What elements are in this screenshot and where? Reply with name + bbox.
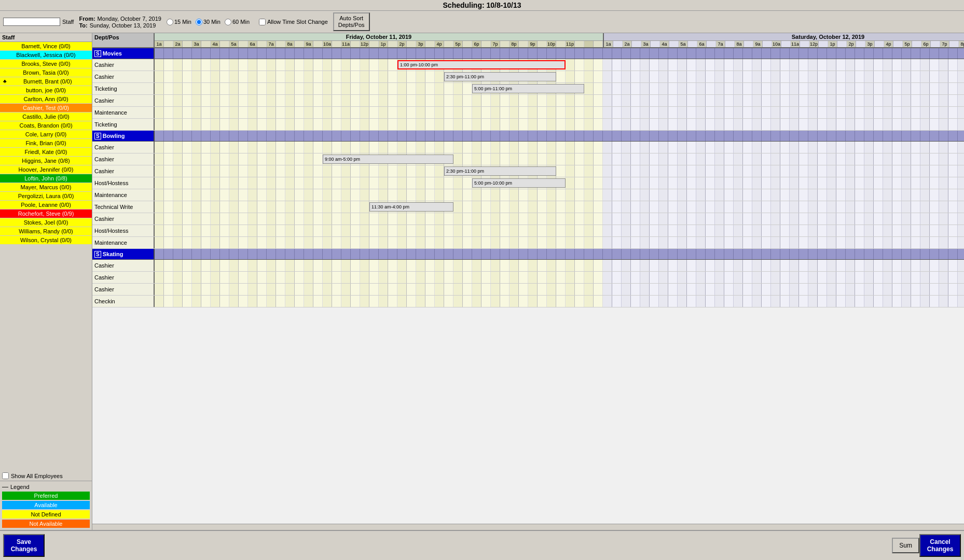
legend-area: — Legend Preferred Available Not Defined… xyxy=(0,481,92,530)
staff-item[interactable]: Barnett, Vince (0/0) xyxy=(0,42,92,51)
radio-60-input[interactable] xyxy=(225,19,231,25)
staff-item[interactable]: Friedl, Kate (0/0) xyxy=(0,148,92,157)
shift-block[interactable]: 2:30 pm-11:00 pm xyxy=(444,72,556,81)
staff-item[interactable]: Brown, Tasia (0/0) xyxy=(0,68,92,77)
date-selector[interactable]: 10/11/2019 xyxy=(3,18,60,26)
staff-item[interactable]: Coats, Brandon (0/0) xyxy=(0,121,92,130)
position-row: Cashier xyxy=(92,213,964,225)
schedule-wrapper: Dept/Pos Friday, October 11, 20191a2a3a4… xyxy=(92,33,964,530)
position-row: Cashier1:00 pm-10:00 pm xyxy=(92,59,964,71)
top-controls: 10/11/2019 Staff From:Monday, October 7,… xyxy=(0,11,964,33)
date-selector-group: 10/11/2019 Staff xyxy=(3,18,74,26)
staff-item[interactable]: Loftin, John (0/8) xyxy=(0,174,92,183)
allow-timeslot-group: Allow Time Slot Change xyxy=(259,19,328,25)
staff-panel-header: Staff xyxy=(0,33,92,42)
shift-block[interactable]: 5:00 pm-10:00 pm xyxy=(472,178,566,188)
staff-item[interactable]: Wilson, Crystal (0/0) xyxy=(0,236,92,245)
position-row: Host/Hostess xyxy=(92,225,964,237)
position-row: Ticketing xyxy=(92,119,964,131)
to-label: To: xyxy=(79,22,87,29)
position-row: Cashier9:00 am-5:00 pm xyxy=(92,153,964,165)
position-row: Maintenance xyxy=(92,107,964,119)
schedule-inner: Dept/Pos Friday, October 11, 20191a2a3a4… xyxy=(92,33,964,307)
staff-panel: Staff Barnett, Vince (0/0)Blackwell, Jes… xyxy=(0,33,92,530)
radio-15-input[interactable] xyxy=(167,19,173,25)
legend-preferred: Preferred xyxy=(2,492,90,500)
friday-header: Friday, October 11, 20191a2a3a4a5a6a7a8a… xyxy=(155,33,604,47)
saturday-header: Saturday, October 12, 20191a2a3a4a5a6a7a… xyxy=(604,33,964,47)
position-row: Technical Write11:30 am-4:00 pm xyxy=(92,201,964,213)
save-changes-button[interactable]: SaveChanges xyxy=(3,534,45,557)
from-label: From: xyxy=(79,16,95,22)
legend-title-label: Legend xyxy=(10,484,30,490)
time-col-headers: Friday, October 11, 20191a2a3a4a5a6a7a8a… xyxy=(155,33,964,47)
allow-timeslot-checkbox[interactable] xyxy=(259,19,266,25)
allow-timeslot-label: Allow Time Slot Change xyxy=(267,19,328,25)
page-header: Scheduling: 10/8-10/13 xyxy=(0,0,964,11)
staff-item[interactable]: Stokes, Joel (0/0) xyxy=(0,218,92,227)
radio-30-label[interactable]: 30 Min xyxy=(196,19,221,25)
to-date: Sunday, October 13, 2019 xyxy=(90,22,156,29)
dept-header-row: SBowling xyxy=(92,131,964,142)
dept-header-row: SSkating xyxy=(92,249,964,260)
position-row: Cashier xyxy=(92,272,964,284)
staff-item[interactable]: Carlton, Ann (0/0) xyxy=(0,95,92,104)
staff-item[interactable]: Higgins, Jane (0/8) xyxy=(0,157,92,165)
staff-item[interactable]: Blackwell, Jessica (0/0) xyxy=(0,51,92,60)
shift-block[interactable]: 2:30 pm-11:00 pm xyxy=(444,166,556,176)
staff-item[interactable]: Mayer, Marcus (0/0) xyxy=(0,183,92,192)
radio-30-input[interactable] xyxy=(196,19,202,25)
legend-available: Available xyxy=(2,501,90,509)
position-row: Host/Hostess5:00 pm-10:00 pm xyxy=(92,177,964,189)
staff-item[interactable]: Hoover, Jennifer (0/0) xyxy=(0,165,92,174)
staff-header-label: Staff xyxy=(2,34,15,40)
date-range: From:Monday, October 7, 2019 To:Sunday, … xyxy=(79,15,161,29)
legend-not-available: Not Available xyxy=(2,520,90,528)
position-row: Checkin xyxy=(92,296,964,307)
staff-item[interactable]: ♣ Burnett, Brant (0/0) xyxy=(0,77,92,86)
dept-pos-col-header: Dept/Pos xyxy=(92,33,155,47)
position-row: Cashier2:30 pm-11:00 pm xyxy=(92,71,964,83)
staff-item[interactable]: Williams, Randy (0/0) xyxy=(0,227,92,236)
staff-item[interactable]: Brooks, Steve (0/0) xyxy=(0,60,92,68)
from-date: Monday, October 7, 2019 xyxy=(98,16,161,22)
horizontal-scrollbar[interactable] xyxy=(92,524,964,530)
staff-item[interactable]: button, joe (0/0) xyxy=(0,86,92,95)
radio-60-label[interactable]: 60 Min xyxy=(225,19,250,25)
legend-not-defined: Not Defined xyxy=(2,510,90,519)
radio-15-label[interactable]: 15 Min xyxy=(167,19,191,25)
dept-header-row: SMovies xyxy=(92,48,964,59)
shift-block[interactable]: 1:00 pm-10:00 pm xyxy=(397,60,566,69)
staff-item[interactable]: Poole, Leanne (0/0) xyxy=(0,201,92,209)
position-row: Cashier xyxy=(92,95,964,107)
auto-sort-button[interactable]: Auto Sort Depts/Pos xyxy=(333,12,370,31)
sum-button[interactable]: Sum xyxy=(892,538,919,553)
show-all-checkbox[interactable] xyxy=(2,472,9,479)
schedule-scroll-area[interactable]: Dept/Pos Friday, October 11, 20191a2a3a4… xyxy=(92,33,964,524)
staff-item[interactable]: Castillo, Julie (0/0) xyxy=(0,113,92,121)
bottom-bar: SaveChanges Sum CancelChanges xyxy=(0,530,964,560)
interval-radio-group: 15 Min 30 Min 60 Min xyxy=(167,19,250,25)
column-header-row: Dept/Pos Friday, October 11, 20191a2a3a4… xyxy=(92,33,964,48)
shift-block[interactable]: 5:00 pm-11:00 pm xyxy=(472,84,584,93)
staff-item[interactable]: Cole, Larry (0/0) xyxy=(0,130,92,139)
position-row: Maintenance xyxy=(92,189,964,201)
staff-item[interactable]: Rochefort, Steve (0/9) xyxy=(0,209,92,218)
shift-block[interactable]: 9:00 am-5:00 pm xyxy=(323,155,453,164)
staff-item[interactable]: Fink, Brian (0/0) xyxy=(0,139,92,148)
staff-label: Staff xyxy=(62,19,74,25)
grid-rows: SMoviesCashier1:00 pm-10:00 pmCashier2:3… xyxy=(92,48,964,307)
position-row: Cashier2:30 pm-11:00 pm xyxy=(92,165,964,177)
position-row: Cashier xyxy=(92,284,964,296)
position-row: Cashier xyxy=(92,142,964,153)
position-row: Cashier xyxy=(92,260,964,272)
position-row: Maintenance xyxy=(92,237,964,249)
shift-block[interactable]: 11:30 am-4:00 pm xyxy=(369,202,453,212)
main-content: Staff Barnett, Vince (0/0)Blackwell, Jes… xyxy=(0,33,964,530)
show-all-employees[interactable]: Show All Employees xyxy=(0,471,92,481)
staff-list[interactable]: Barnett, Vince (0/0)Blackwell, Jessica (… xyxy=(0,42,92,471)
page-title: Scheduling: 10/8-10/13 xyxy=(443,1,521,9)
staff-item[interactable]: Cashier, Test (0/0) xyxy=(0,104,92,113)
staff-item[interactable]: Pergolizzi, Laura (0/0) xyxy=(0,192,92,201)
cancel-changes-button[interactable]: CancelChanges xyxy=(919,534,961,557)
